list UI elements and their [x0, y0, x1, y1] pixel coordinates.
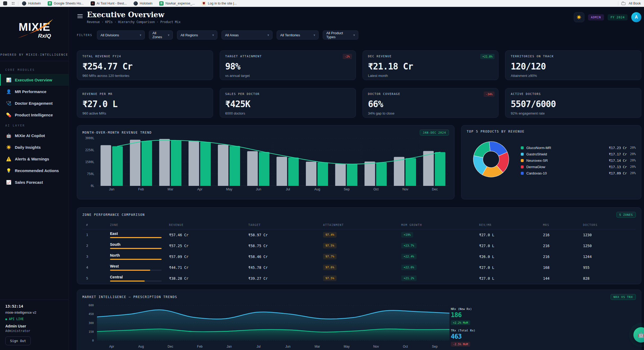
x-tick-label: Sep [420, 343, 449, 348]
filter-dropdown-all-territories[interactable]: All Territories▼ [277, 30, 319, 40]
rx-stat-badge: +2.2% MoM [451, 320, 470, 325]
kpi-subtext: 34% gap to close [368, 111, 493, 115]
zone-revenue: ₹57.46 Cr [169, 233, 248, 237]
sidebar-item-mixie-ai-copilot[interactable]: 🤖MiXie AI Copilot [0, 130, 69, 141]
bookmark-item[interactable]: Navkar_expense_... [159, 1, 195, 6]
hamburger-menu-icon[interactable] [77, 13, 83, 19]
bookmark-label: Ai Tool Hunt - Best... [97, 2, 127, 5]
column-header-target: TARGET [248, 223, 323, 226]
sun-icon: ☀️ [6, 145, 11, 150]
powered-by-label: POWERED BY MIXIE-INTELLIGENCE [0, 46, 69, 61]
x-tick-label: May [214, 186, 244, 191]
revenue-bar-chart [97, 138, 449, 186]
bookmark-item[interactable]: Log in to the site |... [202, 1, 237, 6]
zone-rev-per-mr: ₹27.0 L [479, 265, 543, 270]
x-tick-label: Jul [244, 343, 273, 348]
sidebar-item-product-intelligence[interactable]: 💊Product Intelligence [0, 109, 69, 121]
x-tick-label: Nov [391, 186, 420, 191]
table-row-zone-north[interactable]: 3North₹57.09 Cr₹58.46 Cr97.7%+22.4%₹26.0… [82, 251, 636, 262]
sidebar-item-alerts-warnings[interactable]: ⚠️Alerts & Warnings [0, 153, 69, 165]
kpi-value: ₹27.0 L [82, 99, 208, 109]
chevron-down-icon: ▼ [167, 34, 170, 37]
pill-icon: 💊 [6, 112, 11, 117]
bookmark-label: Holotwin [28, 2, 41, 5]
sidebar-item-executive-overview[interactable]: 📊Executive Overview [0, 74, 69, 86]
sidebar-item-sales-forecast[interactable]: 📈Sales Forecast [0, 176, 69, 188]
mom-growth-badge: +22.6% [401, 265, 417, 270]
y-tick-label: 0 [92, 339, 94, 342]
zone-target: ₹58.46 Cr [248, 255, 323, 259]
zone-doctors: 1230 [583, 233, 636, 237]
table-row-zone-south[interactable]: 2South₹57.25 Cr₹58.75 Cr97.5%+23.7%₹27.0… [82, 240, 636, 251]
app-frame: MIXIE RxIQ POWERED BY MIXIE-INTELLIGENCE… [0, 7, 644, 350]
sign-out-button[interactable]: Sign Out [5, 336, 31, 345]
zone-revenue: ₹38.28 Cr [169, 276, 248, 281]
filter-value: All Territories [280, 33, 300, 37]
mom-growth-badge: +22.4% [401, 254, 417, 259]
sidebar-item-label: Sales Forecast [15, 180, 43, 185]
bookmark-item[interactable]: ✳Ai Tool Hunt - Best... [91, 1, 127, 6]
x-tick-label: Oct [391, 343, 420, 348]
browser-bookmarks-bar: HolotwinGoogle Sheets Ho...✳Ai Tool Hunt… [0, 0, 644, 7]
sidebar-item-doctor-engagement[interactable]: 🩺Doctor Engagement [0, 97, 69, 109]
kpi-card-active-doctors: ACTIVE DOCTORS5507/600092% engagement ra… [505, 88, 641, 118]
kpi-card-target-attainment: TARGET ATTAINMENT-2%98%vs annual target [220, 50, 356, 80]
divider [618, 1, 618, 6]
zone-mom-growth: +22.6% [401, 265, 479, 270]
revenue-y-axis: 0L750L1500L2250L3000L [82, 138, 97, 186]
sidebar-item-daily-insights[interactable]: ☀️Daily Insights [0, 141, 69, 153]
legend-item-gastroshield: GastroShield₹17.17 Cr20% [521, 152, 636, 156]
attainment-badge: 97.5% [323, 275, 337, 281]
page-header: Executive Overview Revenue · KPIs · Hier… [77, 7, 641, 28]
sidebar-item-label: Daily Insights [15, 145, 41, 150]
sidebar-footer: 13:52:14 mixie-intelligence v2 ● API LIV… [0, 300, 69, 350]
zone-mrs: 216 [543, 255, 583, 259]
products-donut-chart [468, 137, 514, 182]
filter-dropdown-all-areas[interactable]: All Areas▼ [222, 30, 272, 40]
filter-dropdown-all-zones[interactable]: All Zones▼ [149, 30, 173, 40]
bookmark-item[interactable]: Holotwin [22, 1, 41, 6]
kpi-value: 5507/6000 [511, 99, 636, 109]
zone-rank: 2 [82, 244, 110, 248]
sidebar-item-recommended-actions[interactable]: 💡Recommended Actions [0, 165, 69, 176]
rx-stat-value: 463 [451, 333, 499, 340]
rx-x-axis: AprAugDecFebJanJulJunMarMayNovOctSep [97, 343, 449, 348]
bookmark-item[interactable]: Holotwin [134, 1, 152, 6]
kpi-subtext: 960 MRs across 120 territories [82, 74, 208, 78]
y-tick-label: 2250L [85, 148, 94, 152]
attainment-badge: 97.4% [323, 232, 337, 238]
x-tick-label: Jan [214, 343, 244, 348]
filter-dropdown-all-regions[interactable]: All Regions▼ [177, 30, 217, 40]
theme-toggle-button[interactable]: ☀️ [574, 12, 584, 22]
filter-dropdown-all-product-types[interactable]: All Product Types▼ [323, 30, 358, 40]
kpi-card-total-revenue-fy24: TOTAL REVENUE FY24₹254.77 Cr960 MRs acro… [77, 50, 213, 80]
bookmarks-bar-right: All Book [618, 1, 641, 6]
zone-rev-per-mr: ₹27.0 L [479, 233, 543, 237]
zone-target: ₹39.27 Cr [248, 276, 323, 281]
table-row-zone-west[interactable]: 4West₹44.71 Cr₹45.78 Cr97.6%+22.6%₹27.0 … [82, 262, 636, 273]
bookmark-item[interactable]: Google Sheets Ho... [48, 1, 84, 6]
page-subtitle: Revenue · KPIs · Hierarchy Comparison · … [87, 20, 180, 24]
zone-table: #ZONEREVENUETARGETATTAINMENTMOM GROWTHRE… [77, 218, 641, 284]
sidebar-item-mr-performance[interactable]: 👤MR Performance [0, 86, 69, 97]
robot-icon: 🤖 [638, 332, 644, 338]
legend-swatch [521, 172, 524, 175]
sheets-favicon [48, 1, 52, 6]
side-panel-icon[interactable] [3, 1, 7, 5]
filter-dropdown-all-divisions[interactable]: All Divisions▼ [97, 30, 145, 40]
zone-doctors: 828 [583, 276, 636, 281]
kpi-card-doctor-coverage: DOCTOR COVERAGE-34%66%34% gap to close [363, 88, 499, 118]
zone-name: West [110, 264, 169, 268]
table-row-zone-east[interactable]: 1East₹57.46 Cr₹58.97 Cr97.4%+19%₹27.0 L2… [82, 229, 636, 240]
product-share: 20% [630, 165, 636, 169]
table-row-zone-central[interactable]: 5Central₹38.28 Cr₹39.27 Cr97.5%+21.2%₹27… [82, 273, 636, 284]
all-bookmarks-label[interactable]: All Book [629, 2, 641, 5]
column-header--: # [82, 223, 110, 226]
kpi-label: TERRITORIES ON TRACK [511, 55, 636, 58]
avatar[interactable]: A [631, 12, 641, 22]
kpi-value: ₹254.77 Cr [82, 61, 208, 72]
apps-grid-icon[interactable] [12, 2, 14, 5]
y-tick-label: 450 [89, 312, 94, 316]
zone-performance-panel: ZONE PERFORMANCE COMPARISON 5 ZONES #ZON… [77, 207, 641, 284]
zone-count-badge: 5 ZONES [616, 212, 636, 218]
